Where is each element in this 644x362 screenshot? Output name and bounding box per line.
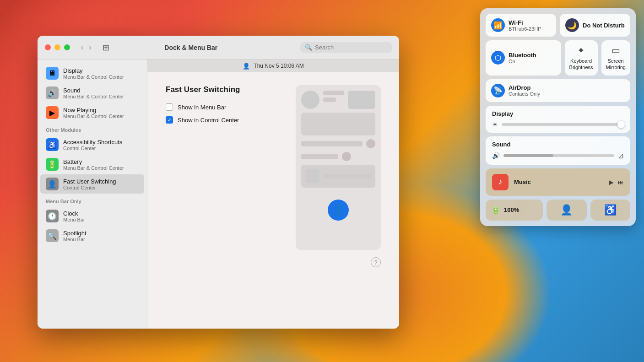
fastuser-icon: 👤 [46,178,59,190]
cc-tile-airdrop[interactable]: 📡 AirDrop Contacts Only [486,79,630,102]
preview-line-1 [323,91,344,95]
battery-icon: 🔋 [46,158,59,171]
preview-user-icon-container: 👤 [301,195,375,221]
nowplaying-sub: Menu Bar & Control Center [63,113,124,119]
cc-display-section: Display ☀ [486,106,630,133]
search-input[interactable] [315,44,387,51]
minimize-button[interactable] [54,44,60,50]
preferences-window: ‹ › ⊞ Dock & Menu Bar 🔍 🖥 Display Menu B… [38,36,399,329]
main-panel: 👤 Thu Nov 5 10:06 AM Fast User Switching… [147,59,399,329]
screen-mirroring-label: Screen Mirroring [606,58,626,71]
music-app-icon: ♪ [492,174,509,190]
preview-circle-1 [366,139,375,148]
dnd-icon: 🌙 [565,18,579,32]
close-button[interactable] [45,44,51,50]
bt-sub: On [509,59,536,64]
cc-row-3: 📡 AirDrop Contacts Only [486,79,630,102]
nowplaying-icon: ▶ [46,106,59,119]
sidebar-item-nowplaying[interactable]: ▶ Now Playing Menu Bar & Control Center [40,103,144,122]
show-in-menu-bar-checkbox[interactable] [166,103,173,111]
sound-label: Sound [63,87,124,94]
sidebar-item-accessibility[interactable]: ♿ Accessibility Shortcuts Control Center [40,135,144,154]
preview-rect-3 [324,174,371,178]
cc-battery-tile[interactable]: 🔋 100% [486,200,543,221]
brightness-slider-thumb [617,121,625,128]
cc-display-slider-row: ☀ [492,121,624,128]
display-sub: Menu Bar & Control Center [63,74,124,80]
accessibility-icon: ♿ [46,138,59,151]
accessibility-sub: Control Center [63,146,122,151]
cc-tile-dnd[interactable]: 🌙 Do Not Disturb [560,14,630,37]
sidebar: 🖥 Display Menu Bar & Control Center 🔊 So… [38,59,147,329]
maximize-button[interactable] [64,44,70,50]
cc-sound-row: 🔊 ⊿ [492,151,624,160]
preview-row-1 [301,91,375,109]
back-button[interactable]: ‹ [79,43,85,53]
fastuser-sub: Control Center [63,185,116,190]
airdrop-icon: 📡 [491,84,505,97]
cc-tile-keyboard-brightness[interactable]: ✦ Keyboard Brightness [565,40,598,76]
sidebar-item-clock[interactable]: 🕐 Clock Menu Bar [40,206,144,226]
user-icon: 👤 [560,204,573,216]
panel-title: Fast User Switching [166,85,285,94]
spotlight-label: Spotlight [63,230,87,237]
bt-title: Bluetooth [509,52,536,59]
fastuser-label: Fast User Switching [63,178,116,185]
preview-block-2 [301,139,375,148]
preview-line-2 [323,97,336,102]
airdrop-sub: Contacts Only [509,91,540,97]
brightness-icon: ☀ [492,121,498,128]
battery-label: Battery [63,158,124,165]
brightness-slider[interactable] [502,123,624,126]
display-label: Display [63,67,124,74]
sidebar-item-sound[interactable]: 🔊 Sound Menu Bar & Control Center [40,83,144,103]
sidebar-item-spotlight[interactable]: 🔍 Spotlight Menu Bar [40,226,144,245]
help-button-container: ? [166,257,381,267]
accessibility-label: Accessibility Shortcuts [63,139,122,146]
search-bar[interactable]: 🔍 [300,42,392,53]
fast-forward-button[interactable]: ⏭ [617,178,624,186]
sidebar-item-battery[interactable]: 🔋 Battery Menu Bar & Control Center [40,155,144,174]
show-in-control-center-checkbox[interactable] [166,116,173,124]
sidebar-item-display[interactable]: 🖥 Display Menu Bar & Control Center [40,64,144,83]
preview-circle-2 [342,152,351,161]
menu-bar-checkbox-row: Show in Menu Bar [166,103,285,111]
cc-sound-section: Sound 🔊 ⊿ [486,136,630,165]
battery-tile-icon: 🔋 [491,205,500,214]
control-center-panel: 📶 Wi-Fi BTHub6-23HP 🌙 Do Not Disturb ⬡ B… [480,8,636,226]
preview-area: 👤 [296,85,381,250]
bluetooth-icon: ⬡ [491,51,505,65]
clock-icon: 🕐 [46,210,59,222]
search-icon: 🔍 [305,44,312,51]
spotlight-sub: Menu Bar [63,237,87,242]
title-bar: ‹ › ⊞ Dock & Menu Bar 🔍 [38,36,399,59]
clock-sub: Menu Bar [63,217,85,222]
cc-accessibility-tile[interactable]: ♿ [590,200,630,221]
cc-tile-bluetooth[interactable]: ⬡ Bluetooth On [486,40,561,76]
help-button[interactable]: ? [371,257,381,267]
sound-volume-icon: 🔊 [492,152,500,159]
music-controls: ▶ ⏭ [609,178,624,186]
preview-avatar-2 [348,91,375,109]
nowplaying-label: Now Playing [63,107,124,113]
battery-percent: 100% [504,206,519,213]
control-center-checkbox-row: Show in Control Center [166,116,285,124]
airplay-button[interactable]: ⊿ [618,151,624,160]
keyboard-brightness-label: Keyboard Brightness [569,58,593,71]
accessibility-tile-icon: ♿ [604,204,617,216]
preview-small-block [306,169,319,183]
preview-block-1 [301,113,375,135]
cc-small-tiles: ✦ Keyboard Brightness ▭ Screen Mirroring [565,40,630,76]
sound-slider[interactable] [503,154,614,157]
cc-tile-screen-mirroring[interactable]: ▭ Screen Mirroring [601,40,630,76]
sidebar-item-fastuser[interactable]: 👤 Fast User Switching Control Center [40,174,144,194]
menubar-user-icon: 👤 [243,63,250,70]
cc-tile-wifi[interactable]: 📶 Wi-Fi BTHub6-23HP [486,14,556,37]
cc-user-tile[interactable]: 👤 [547,200,586,221]
screen-mirroring-icon: ▭ [612,45,620,56]
play-button[interactable]: ▶ [609,178,614,186]
window-title: Dock & Menu Bar [87,44,295,51]
preview-avatar-1 [301,91,319,109]
control-center-checkbox-label: Show in Control Center [178,117,239,124]
cc-bottom-row: 🔋 100% 👤 ♿ [486,200,630,221]
